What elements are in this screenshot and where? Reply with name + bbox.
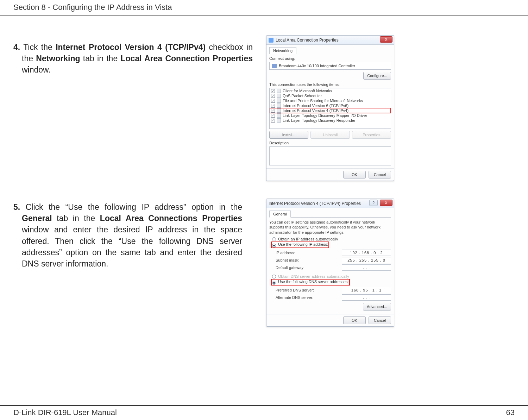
- alternate-dns-label: Alternate DNS server:: [276, 295, 342, 300]
- radio-use-dns-highlighted[interactable]: Use the following DNS server addresses:: [271, 279, 350, 285]
- help-button[interactable]: ?: [369, 200, 378, 206]
- item-label: File and Printer Sharing for Microsoft N…: [283, 99, 363, 103]
- cancel-button[interactable]: Cancel: [369, 171, 391, 178]
- component-icon: [277, 118, 281, 123]
- ip-address-row: IP address: 192 . 168 . 0 . 2: [269, 250, 391, 256]
- text-bold: Networking: [36, 54, 80, 63]
- text-bold: Local Area Connection Properties: [121, 54, 253, 63]
- item-label: Link-Layer Topology Discovery Responder: [283, 118, 355, 123]
- subnet-mask-label: Subnet mask:: [276, 258, 342, 262]
- list-item[interactable]: ✓Client for Microsoft Networks: [270, 88, 391, 93]
- adapter-name: Broadcom 440x 10/100 Integrated Controll…: [279, 64, 355, 68]
- default-gateway-label: Default gateway:: [276, 265, 342, 270]
- step-number: 4.: [13, 43, 20, 52]
- checkbox-icon[interactable]: ✓: [271, 109, 275, 113]
- alternate-dns-input[interactable]: . . .: [342, 294, 391, 301]
- dialog-title: Internet Protocol Version 4 (TCP/IPv4) P…: [269, 201, 361, 206]
- tab-row: General: [269, 210, 391, 218]
- close-button[interactable]: X: [380, 36, 392, 43]
- item-label: Internet Protocol Version 4 (TCP/IPv4): [283, 108, 348, 113]
- tab-general[interactable]: General: [269, 211, 291, 218]
- page-header: Section 8 - Configuring the IP Address i…: [13, 3, 172, 12]
- dialog-footer: OK Cancel: [266, 168, 394, 181]
- adapter-field[interactable]: Broadcom 440x 10/100 Integrated Controll…: [269, 62, 391, 70]
- radio-icon: [272, 237, 276, 241]
- text-fragment: Click the “Use the following IP address”…: [20, 202, 242, 212]
- list-item-ipv4[interactable]: ✓Internet Protocol Version 4 (TCP/IPv4): [270, 108, 391, 113]
- radio-label: Obtain an IP address automatically: [278, 237, 338, 241]
- tab-row: Networking: [269, 47, 391, 54]
- list-item[interactable]: ✓QoS Packet Scheduler: [270, 93, 391, 98]
- local-area-connection-dialog: Local Area Connection Properties X Netwo…: [266, 35, 394, 181]
- default-gateway-row: Default gateway: . . .: [269, 264, 391, 271]
- checkbox-icon[interactable]: ✓: [271, 99, 275, 103]
- description-box: [269, 146, 391, 165]
- step-5-text: 5. Click the “Use the following IP addre…: [13, 201, 242, 269]
- item-label: QoS Packet Scheduler: [283, 94, 322, 98]
- dialog-title: Local Area Connection Properties: [276, 38, 339, 43]
- component-icon: [277, 89, 281, 93]
- step-number: 5.: [13, 202, 20, 212]
- footer-page-number: 63: [506, 408, 515, 417]
- connection-items-list[interactable]: ✓Client for Microsoft Networks ✓QoS Pack…: [269, 88, 391, 129]
- ok-button[interactable]: OK: [343, 171, 366, 178]
- step-4-text: 4. Tick the Internet Protocol Version 4 …: [13, 42, 253, 76]
- preferred-dns-input[interactable]: 168 . 95 . 1 . 1: [342, 287, 391, 293]
- text-bold: General: [22, 214, 52, 223]
- dialog-footer: OK Cancel: [266, 314, 394, 326]
- cancel-button[interactable]: Cancel: [369, 316, 391, 324]
- preferred-dns-label: Preferred DNS server:: [276, 288, 342, 292]
- text-bold: Local Area Connections Properties: [100, 214, 242, 223]
- radio-icon: [272, 244, 276, 247]
- advanced-button[interactable]: Advanced...: [363, 303, 391, 311]
- close-button[interactable]: X: [380, 200, 392, 206]
- footer-manual-name: D-Link DIR-619L User Manual: [13, 408, 117, 417]
- list-item[interactable]: ✓Link-Layer Topology Discovery Responder: [270, 118, 391, 123]
- ip-address-label: IP address:: [276, 251, 342, 255]
- component-icon: [277, 108, 281, 113]
- radio-icon: [272, 275, 276, 278]
- text-fragment: window and enter the desired IP address …: [22, 225, 242, 268]
- item-label: Internet Protocol Version 6 (TCP/IPv6): [283, 104, 348, 108]
- install-button[interactable]: Install...: [269, 131, 308, 139]
- tab-networking[interactable]: Networking: [269, 47, 296, 54]
- checkbox-icon[interactable]: ✓: [271, 89, 275, 93]
- checkbox-icon[interactable]: ✓: [271, 104, 275, 108]
- list-item[interactable]: ✓Internet Protocol Version 6 (TCP/IPv6): [270, 103, 391, 108]
- alternate-dns-row: Alternate DNS server: . . .: [269, 294, 391, 301]
- default-gateway-input[interactable]: . . .: [342, 264, 391, 271]
- uninstall-button[interactable]: Uninstall: [310, 131, 350, 139]
- subnet-mask-input[interactable]: 255 . 255 . 255 . 0: [342, 257, 391, 263]
- list-item[interactable]: ✓Link-Layer Topology Discovery Mapper I/…: [270, 113, 391, 118]
- checkbox-icon[interactable]: ✓: [271, 94, 275, 98]
- connect-using-label: Connect using:: [269, 56, 391, 61]
- titlebar: Local Area Connection Properties X: [266, 36, 394, 45]
- description-label: Description: [269, 141, 391, 145]
- radio-obtain-ip[interactable]: Obtain an IP address automatically: [272, 237, 391, 241]
- text-fragment: Tick the: [20, 43, 56, 52]
- network-icon: [269, 38, 274, 43]
- header-divider: [0, 15, 528, 15]
- footer-divider: [0, 405, 528, 406]
- titlebar: Internet Protocol Version 4 (TCP/IPv4) P…: [266, 199, 394, 208]
- item-label: Client for Microsoft Networks: [283, 89, 332, 93]
- checkbox-icon[interactable]: ✓: [271, 119, 275, 123]
- radio-label: Use the following DNS server addresses:: [278, 280, 349, 284]
- text-fragment: tab in the: [52, 214, 100, 223]
- configure-button[interactable]: Configure...: [363, 72, 391, 80]
- ok-button[interactable]: OK: [343, 316, 366, 324]
- list-item[interactable]: ✓File and Printer Sharing for Microsoft …: [270, 98, 391, 103]
- component-icon: [277, 99, 281, 103]
- ip-address-input[interactable]: 192 . 168 . 0 . 2: [342, 250, 391, 256]
- component-icon: [277, 94, 281, 98]
- text-fragment: tab in the: [80, 54, 121, 63]
- items-label: This connection uses the following items…: [269, 82, 391, 87]
- radio-icon: [272, 281, 276, 285]
- radio-use-ip-highlighted[interactable]: Use the following IP address:: [271, 242, 329, 248]
- checkbox-icon[interactable]: ✓: [271, 114, 275, 118]
- subnet-mask-row: Subnet mask: 255 . 255 . 255 . 0: [269, 257, 391, 263]
- properties-button[interactable]: Properties: [352, 131, 391, 139]
- text-bold: Internet Protocol Version 4 (TCP/IPv4): [56, 43, 206, 52]
- component-icon: [277, 113, 281, 118]
- intro-text: You can get IP settings assigned automat…: [269, 220, 391, 235]
